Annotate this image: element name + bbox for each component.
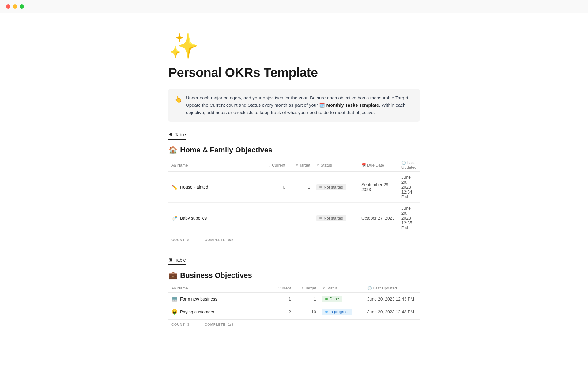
callout-icon: 👆	[175, 94, 182, 116]
table-row[interactable]: 🏢 Form new business 1 1 Done June 20, 20…	[168, 293, 420, 305]
table-footer-2: COUNT 3 COMPLETE 1/3	[168, 319, 420, 329]
th-target-2: #Target	[294, 284, 319, 293]
table-tab-1[interactable]: ⊞ Table	[168, 132, 186, 140]
row-icon: ✏️	[172, 184, 178, 190]
status-dot	[319, 186, 322, 188]
row-lastupdated: June 20, 2023 12:35 PM	[398, 203, 420, 234]
minimize-button[interactable]	[13, 4, 17, 9]
row-name: 🤑 Paying customers	[172, 309, 266, 315]
section-icon-2: 💼	[168, 271, 178, 280]
section-heading-2: 💼 Business Objectives	[168, 271, 420, 280]
th-lastupdated-1: 🕐Last Updated	[398, 159, 420, 172]
row-current: 1	[269, 293, 294, 305]
table-tab-icon-2: ⊞	[168, 257, 172, 263]
page-icon: ✨	[168, 32, 420, 60]
table-tab-icon-1: ⊞	[168, 132, 172, 137]
callout-block: 👆 Under each major category, add your ob…	[168, 89, 420, 122]
main-content: ✨ Personal OKRs Template 👆 Under each ma…	[156, 13, 432, 366]
section-icon-1: 🏠	[168, 146, 178, 154]
row-target	[288, 203, 313, 234]
row-status: In progress	[319, 305, 364, 318]
section-business: ⊞ Table 💼 Business Objectives AaName #Cu…	[168, 257, 420, 329]
table-tab-label-2: Table	[175, 257, 186, 263]
status-dot	[325, 298, 328, 300]
row-target: 1	[294, 293, 319, 305]
th-status-2: ✳Status	[319, 284, 364, 293]
row-target: 10	[294, 305, 319, 318]
th-target-1: #Target	[288, 159, 313, 172]
row-lastupdated: June 20, 2023 12:43 PM	[364, 305, 420, 318]
status-badge: Not started	[316, 184, 346, 190]
table-row[interactable]: ✏️ House Painted 0 1 Not started Septemb…	[168, 172, 420, 203]
row-duedate: October 27, 2023	[358, 203, 398, 234]
status-dot	[325, 311, 328, 313]
footer-count-1: COUNT 2	[172, 238, 189, 242]
section-heading-1: 🏠 Home & Family Objectives	[168, 146, 420, 154]
row-current: 0	[263, 172, 288, 203]
status-badge: Done	[322, 296, 342, 302]
close-button[interactable]	[6, 4, 10, 9]
th-name-2: AaName	[168, 284, 269, 293]
th-name-1: AaName	[168, 159, 263, 172]
row-current: 2	[269, 305, 294, 318]
status-badge: Not started	[316, 215, 346, 221]
table-footer-1: COUNT 2 COMPLETE 0/2	[168, 235, 420, 245]
page-title: Personal OKRs Template	[168, 65, 420, 80]
row-duedate: September 29, 2023	[358, 172, 398, 203]
row-lastupdated: June 20, 2023 12:43 PM	[364, 293, 420, 305]
row-lastupdated: June 20, 2023 12:34 PM	[398, 172, 420, 203]
row-target: 1	[288, 172, 313, 203]
footer-complete-1: COMPLETE 0/2	[205, 238, 233, 242]
th-current-2: #Current	[269, 284, 294, 293]
th-status-1: ✳Status	[313, 159, 358, 172]
th-lastupdated-2: 🕐Last Updated	[364, 284, 420, 293]
table-row[interactable]: 🍼 Baby supplies Not started October 27, …	[168, 203, 420, 234]
callout-text: Under each major category, add your obje…	[186, 94, 413, 116]
row-name: 🍼 Baby supplies	[172, 215, 260, 221]
business-table: AaName #Current #Target ✳Status 🕐Last Up…	[168, 284, 420, 318]
table-tab-label-1: Table	[175, 132, 186, 137]
row-status: Not started	[313, 172, 358, 203]
row-current	[263, 203, 288, 234]
th-duedate-1: 📅Due Date	[358, 159, 398, 172]
table-tab-2[interactable]: ⊞ Table	[168, 257, 186, 265]
row-status: Done	[319, 293, 364, 305]
row-name: 🏢 Form new business	[172, 296, 266, 302]
row-icon: 🍼	[172, 215, 178, 221]
footer-complete-2: COMPLETE 1/3	[205, 323, 233, 326]
th-current-1: #Current	[263, 159, 288, 172]
home-family-table: AaName #Current #Target ✳Status 📅Due Dat…	[168, 159, 420, 233]
section-home-family: ⊞ Table 🏠 Home & Family Objectives AaNam…	[168, 132, 420, 245]
row-icon: 🤑	[172, 309, 178, 315]
maximize-button[interactable]	[20, 4, 24, 9]
row-icon: 🏢	[172, 296, 178, 302]
monthly-tasks-link[interactable]: Monthly Tasks Template	[326, 102, 379, 108]
footer-count-2: COUNT 3	[172, 323, 189, 326]
table-row[interactable]: 🤑 Paying customers 2 10 In progress June…	[168, 305, 420, 318]
row-status: Not started	[313, 203, 358, 234]
status-dot	[319, 217, 322, 219]
status-badge: In progress	[322, 309, 352, 315]
row-name: ✏️ House Painted	[172, 184, 260, 190]
titlebar	[0, 0, 588, 13]
